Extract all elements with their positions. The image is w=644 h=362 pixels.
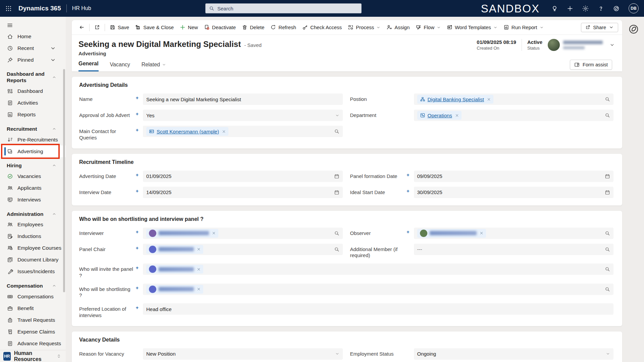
sidebar-item-document-library[interactable]: Document Library — [0, 254, 66, 266]
app-title[interactable]: Dynamics 365 — [18, 5, 61, 12]
calendar-icon[interactable] — [334, 174, 339, 179]
global-search-input[interactable]: Search — [205, 3, 362, 13]
remove-chip-icon[interactable] — [197, 287, 201, 291]
field-input-preferred-location-of-interviews[interactable]: Head office — [143, 303, 613, 315]
command-process[interactable]: Process — [345, 22, 383, 32]
sidebar-item-interviews[interactable]: Interviews — [0, 194, 66, 206]
field-input-panel-formation-date[interactable]: 09/09/2025 — [414, 171, 614, 182]
copilot-topbar-icon[interactable] — [613, 5, 620, 12]
sidebar-item-applicants[interactable]: Applicants — [0, 182, 66, 194]
chevron-down-icon[interactable] — [335, 113, 339, 118]
lookup-chip-scott-konersmann-sample[interactable]: Scott Konersmann (sample) — [146, 127, 228, 136]
magnifier-icon[interactable] — [605, 287, 610, 292]
field-input-postion[interactable]: Digital Banking Specialist — [414, 94, 614, 105]
field-input-additional-member-if-required[interactable]: --- — [414, 244, 614, 255]
magnifier-icon[interactable] — [605, 113, 610, 118]
lookup-chip-digital-banking-specialist[interactable]: Digital Banking Specialist — [417, 95, 493, 104]
tab-vacancy[interactable]: Vacancy — [110, 62, 130, 71]
sidebar-item-reports[interactable]: Reports — [0, 109, 66, 121]
person-chip-blurred[interactable] — [417, 229, 486, 238]
field-input-interview-date[interactable]: 14/09/2025 — [143, 187, 343, 198]
app-switcher[interactable]: HR Human Resources — [0, 350, 66, 362]
field-input-panel-chair[interactable] — [143, 244, 343, 255]
sidebar-section-compensation[interactable]: Compensation — [0, 280, 66, 291]
field-input-advertising-date[interactable]: 01/09/2025 — [143, 171, 343, 182]
remove-chip-icon[interactable] — [212, 231, 216, 235]
chevron-down-icon[interactable] — [606, 352, 610, 356]
remove-chip-icon[interactable] — [197, 267, 201, 271]
lookup-link[interactable]: Operations — [428, 113, 452, 118]
magnifier-icon[interactable] — [605, 97, 610, 102]
share-button[interactable]: Share — [581, 23, 618, 32]
sidebar-item-expense-claims[interactable]: Expense Claims — [0, 326, 66, 338]
command-delete[interactable]: Delete — [239, 22, 267, 32]
lookup-link[interactable]: Digital Banking Specialist — [428, 97, 484, 102]
person-chip-blurred[interactable] — [146, 245, 203, 254]
plus-icon[interactable] — [567, 5, 573, 12]
remove-chip-icon[interactable] — [222, 130, 226, 133]
sidebar-item-issues-incidents[interactable]: Issues/Incidents — [0, 266, 66, 278]
sidebar-section-recruitment[interactable]: Recruitment — [0, 123, 66, 134]
person-chip-blurred[interactable] — [146, 229, 218, 238]
command-save-close[interactable]: Save & Close — [132, 22, 177, 32]
back-button[interactable] — [76, 22, 88, 32]
sidebar-item-advance-requests[interactable]: Advance Requests — [0, 338, 66, 349]
magnifier-icon[interactable] — [334, 231, 339, 236]
field-input-employment-status[interactable]: Ongoing — [414, 348, 614, 360]
command-deactivate[interactable]: Deactivate — [201, 22, 239, 32]
field-input-approval-of-job-advert[interactable]: Yes — [143, 110, 343, 121]
remove-chip-icon[interactable] — [455, 114, 459, 117]
remove-chip-icon[interactable] — [487, 98, 491, 101]
person-chip-blurred[interactable] — [146, 265, 203, 274]
magnifier-icon[interactable] — [334, 129, 339, 134]
tab-general[interactable]: General — [78, 61, 99, 71]
magnifier-icon[interactable] — [605, 231, 610, 236]
sidebar-section-administration[interactable]: Administration — [0, 208, 66, 219]
gear-icon[interactable] — [582, 5, 589, 12]
sidebar-item-recent[interactable]: Recent — [0, 42, 66, 54]
remove-chip-icon[interactable] — [197, 247, 201, 251]
field-input-name[interactable]: Seeking a new Digital Marketing Speciali… — [143, 94, 343, 105]
copilot-side-icon[interactable] — [629, 24, 639, 34]
app-area-title[interactable]: HR Hub — [72, 5, 91, 11]
calendar-icon[interactable] — [334, 190, 339, 195]
sidebar-item-pinned[interactable]: Pinned — [0, 54, 66, 66]
owner-block[interactable] — [548, 39, 603, 51]
person-chip-blurred[interactable] — [146, 285, 203, 294]
sidebar-section-dashboard-and-reports[interactable]: Dashboard and Reports — [0, 68, 66, 85]
magnifier-icon[interactable] — [605, 266, 610, 272]
tab-related[interactable]: Related — [142, 62, 166, 71]
magnifier-icon[interactable] — [605, 247, 610, 252]
hamburger-menu-icon[interactable] — [0, 17, 13, 31]
command-new[interactable]: New — [177, 22, 201, 32]
sidebar-item-vacancies[interactable]: Vacancies — [0, 171, 66, 182]
command-assign[interactable]: Assign — [383, 22, 413, 32]
open-in-new-window-button[interactable] — [91, 22, 103, 32]
sidebar-item-home[interactable]: Home — [0, 31, 66, 42]
field-input-observer[interactable] — [414, 228, 614, 239]
form-assist-button[interactable]: Form assist — [570, 60, 612, 70]
sidebar-scrollbar[interactable] — [63, 69, 65, 292]
remove-chip-icon[interactable] — [480, 231, 483, 235]
sidebar-item-advertising[interactable]: Advertising — [0, 145, 66, 157]
user-avatar[interactable]: DB — [629, 3, 639, 13]
field-input-main-contact-for-queries[interactable]: Scott Konersmann (sample) — [143, 126, 343, 137]
command-word-templates[interactable]: Word Templates — [444, 22, 500, 32]
sidebar-item-travel-requests[interactable]: Travel Requests — [0, 314, 66, 326]
sidebar-item-pre-recruitments[interactable]: Pre-Recruitments — [0, 134, 66, 145]
lookup-chip-operations[interactable]: Operations — [417, 111, 462, 120]
calendar-icon[interactable] — [605, 174, 610, 179]
sidebar-item-dashboard[interactable]: Dashboard — [0, 85, 66, 97]
lightbulb-icon[interactable] — [551, 5, 558, 12]
command-run-report[interactable]: Run Report — [500, 22, 547, 32]
command-check-access[interactable]: Check Access — [299, 22, 345, 32]
chevron-down-icon[interactable] — [335, 352, 339, 356]
help-icon[interactable] — [598, 5, 604, 12]
calendar-icon[interactable] — [605, 190, 610, 195]
field-input-reason-for-vacancy[interactable]: New Position — [143, 348, 343, 360]
field-input-department[interactable]: Operations — [414, 110, 614, 121]
waffle-icon[interactable] — [0, 5, 15, 12]
magnifier-icon[interactable] — [334, 247, 339, 252]
field-input-interviewer[interactable] — [143, 228, 343, 239]
sidebar-item-benefit[interactable]: Benefit — [0, 302, 66, 314]
